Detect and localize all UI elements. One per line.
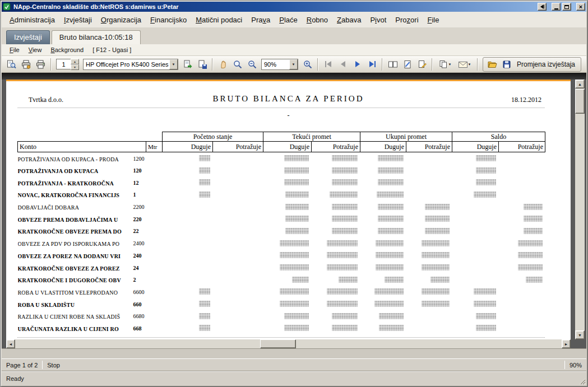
redacted-value <box>199 301 210 307</box>
scroll-right-button[interactable]: ► <box>562 339 571 348</box>
menu-item-pivot[interactable]: Pivot <box>365 14 391 26</box>
print-preview-button[interactable] <box>4 58 18 71</box>
scroll-down-button[interactable]: ▼ <box>575 330 585 339</box>
horizontal-scroll-thumb[interactable] <box>260 339 296 348</box>
value-cell <box>213 225 263 237</box>
value-cell <box>312 298 360 310</box>
col-header-duguje: Duguje <box>452 142 499 152</box>
menu-item-file[interactable]: File <box>5 45 24 54</box>
watermark-button[interactable] <box>400 58 414 71</box>
value-cell <box>452 286 499 298</box>
page-spinner[interactable]: 1 ▲ ▼ <box>56 59 79 70</box>
redacted-value <box>285 216 309 222</box>
redacted-value <box>376 264 404 271</box>
mail-button[interactable]: ▼ <box>455 58 474 71</box>
edit-page-button[interactable] <box>415 58 429 71</box>
value-cell <box>263 310 312 322</box>
menu-item-prozori[interactable]: Prozori <box>391 14 423 26</box>
tab-bruto-bilanca[interactable]: Bruto bilanca-10:05:18 <box>52 30 141 44</box>
maximize-icon <box>564 5 569 9</box>
close-button[interactable]: × <box>576 3 585 11</box>
report-row: POTRAŽIVANJA OD KUPACA120 <box>18 164 545 176</box>
export-file-button[interactable] <box>180 58 195 71</box>
menu-item-view[interactable]: View <box>24 45 47 54</box>
printer-select-arrow[interactable]: ▼ <box>169 59 178 69</box>
value-cell <box>406 310 452 322</box>
resize-grip-icon[interactable] <box>578 377 586 385</box>
pan-button[interactable] <box>216 58 230 71</box>
vertical-scrollbar[interactable]: ▲ ▼ <box>575 80 585 339</box>
value-cell <box>263 298 312 310</box>
value-cell <box>499 249 545 262</box>
zoom-in-button[interactable] <box>300 58 314 71</box>
menu-item-mati-ni-podaci[interactable]: Matični podaci <box>191 14 247 26</box>
report-date: 18.12.2012 <box>511 96 541 104</box>
horizontal-scrollbar[interactable]: ◄ ► <box>6 339 571 348</box>
menu-item-pla-e[interactable]: Plaće <box>275 14 302 26</box>
copy-button[interactable]: ▼ <box>436 58 455 71</box>
maximize-button[interactable] <box>562 3 571 11</box>
save-report-button[interactable] <box>499 58 513 71</box>
menu-item-izvje-taji[interactable]: Izvještaji <box>59 14 96 26</box>
redacted-value <box>292 277 309 283</box>
value-cell <box>499 298 545 310</box>
menu-item-administracija[interactable]: Administracija <box>5 14 59 26</box>
redacted-value <box>425 228 450 234</box>
konto-cell: ROBA U SKLADIŠTU660 <box>18 298 146 310</box>
scroll-up-button[interactable]: ▲ <box>575 80 585 88</box>
page-down-button[interactable]: ▼ <box>71 64 79 70</box>
redacted-value <box>374 301 404 307</box>
last-page-button[interactable] <box>365 58 379 71</box>
prev-page-button[interactable] <box>336 58 350 71</box>
minimize-button[interactable] <box>552 3 561 11</box>
open-report-button[interactable] <box>485 58 499 71</box>
zoom-select-arrow[interactable]: ▼ <box>289 59 298 69</box>
window-arrow-button[interactable] <box>538 3 547 11</box>
value-cell <box>452 273 499 286</box>
value-cell <box>499 189 545 201</box>
next-page-button[interactable] <box>350 58 364 71</box>
zoom-out-button[interactable] <box>245 58 259 71</box>
mtr-cell <box>146 152 163 165</box>
print-button[interactable] <box>34 58 48 71</box>
redacted-value <box>422 301 450 307</box>
printer-select[interactable]: HP Officejet Pro K5400 Series ▼ <box>83 59 178 70</box>
value-cell <box>406 213 452 225</box>
change-report-button[interactable]: Promjena izvještaja <box>513 60 578 68</box>
window-title: NApp-Centralno skladište db:NetROS s:dam… <box>12 3 536 10</box>
redacted-value <box>474 301 496 307</box>
redacted-value <box>476 325 496 331</box>
page-layout-button[interactable] <box>386 58 400 71</box>
value-cell <box>406 152 452 165</box>
value-cell <box>499 273 545 286</box>
printer-setup-button[interactable] <box>19 58 33 71</box>
menu-item-financijsko[interactable]: Financijsko <box>146 14 191 26</box>
col-header-potrazuje: Potražuje <box>312 142 360 152</box>
menu-item-file[interactable]: File <box>423 14 444 26</box>
page-up-button[interactable]: ▲ <box>71 59 79 64</box>
scroll-left-button[interactable]: ◄ <box>6 339 15 348</box>
copy-dropdown-arrow[interactable]: ▼ <box>448 63 452 66</box>
value-cell <box>312 273 360 286</box>
redacted-value <box>422 252 450 258</box>
zoom-select[interactable]: 90% ▼ <box>261 59 298 70</box>
vertical-scroll-thumb[interactable] <box>575 89 585 114</box>
tab-izvjestaji[interactable]: Izvještaji <box>6 30 50 44</box>
redacted-value <box>199 325 210 331</box>
menu-item-organizacija[interactable]: Organizacija <box>96 14 146 26</box>
menu-item-zabava[interactable]: Zabava <box>332 14 365 26</box>
value-cell <box>213 176 263 189</box>
menu-item-background[interactable]: Background <box>46 45 88 54</box>
menu-item-prava[interactable]: Prava <box>247 14 275 26</box>
zoom-tool-button[interactable] <box>230 58 244 71</box>
print-icon <box>36 60 45 69</box>
page-number-field[interactable]: 1 <box>56 59 71 69</box>
menu-item-robno[interactable]: Robno <box>302 14 332 26</box>
account-code: 220 <box>133 216 142 222</box>
redacted-value <box>332 155 358 161</box>
status-stop[interactable]: Stop <box>43 362 64 369</box>
first-page-button[interactable] <box>321 58 335 71</box>
export-save-button[interactable] <box>195 58 209 71</box>
report-row: OBVEZE PREMA DOBAVLJAČIMA U220 <box>18 213 545 225</box>
mail-dropdown-arrow[interactable]: ▼ <box>468 63 471 66</box>
